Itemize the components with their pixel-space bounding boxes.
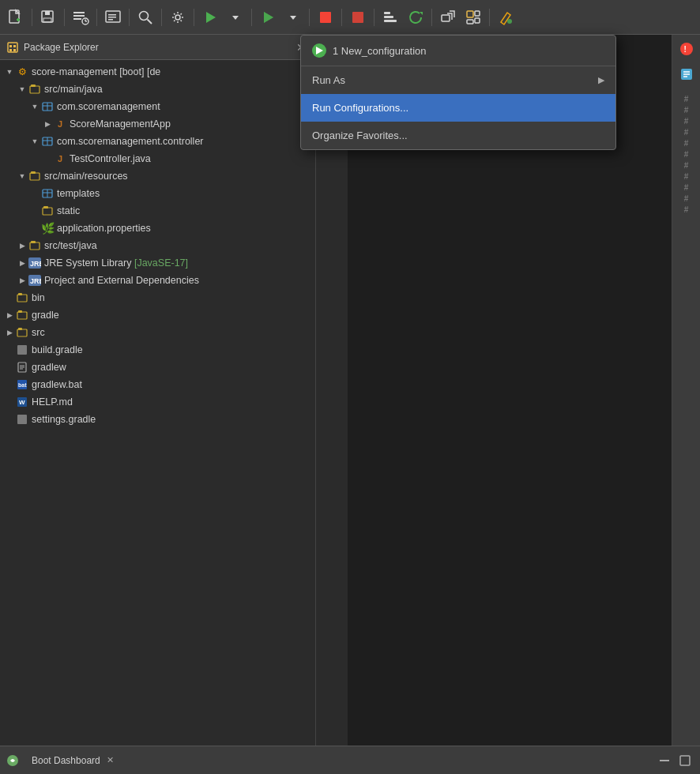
svg-rect-32 (475, 11, 480, 16)
error-marker-icon[interactable]: ! (676, 38, 698, 60)
stop-icon[interactable] (314, 6, 337, 28)
boot-dashboard-icon-area (6, 754, 19, 767)
tree-item-gradlew-bat[interactable]: ▶ bat gradlew.bat (0, 376, 315, 393)
tree-item-help-md[interactable]: ▶ W HELP.md (0, 393, 315, 411)
tree-item-templates[interactable]: ▶ templates (0, 185, 315, 202)
maximize-bottom-icon[interactable] (676, 752, 694, 769)
dropdown-header: 1 New_configuration (301, 36, 615, 66)
tree-label-bin: bin (32, 292, 45, 303)
external-tools-icon[interactable] (437, 6, 459, 28)
run-alt-icon[interactable] (257, 6, 279, 28)
dropdown-run-configurations-label: Run Configurations... (312, 102, 408, 114)
tree-item-root[interactable]: ▼ ⚙ score-management [boot] [de (0, 63, 315, 81)
new-file-icon[interactable] (5, 6, 27, 28)
svg-rect-50 (31, 171, 36, 174)
dropdown-item-run-as[interactable]: Run As ▶ (301, 66, 615, 94)
save-all-icon[interactable] (37, 6, 59, 28)
tree-item-static[interactable]: ▶ static (0, 202, 315, 220)
svg-rect-15 (108, 19, 113, 21)
panel-icon (6, 41, 19, 54)
tree-icon-root: ⚙ (16, 66, 28, 78)
svg-rect-27 (384, 16, 393, 18)
dropdown-item-run-configurations[interactable]: Run Configurations... (301, 94, 615, 122)
svg-rect-31 (467, 11, 473, 17)
paint-icon[interactable] (495, 6, 517, 28)
svg-rect-28 (384, 12, 390, 14)
svg-marker-19 (206, 12, 216, 23)
toolbar-separator-10 (374, 9, 374, 26)
hash-marker-8: # (684, 172, 689, 181)
svg-rect-68 (17, 345, 27, 355)
svg-line-17 (148, 19, 152, 24)
tree-icon-help-md: W (16, 396, 28, 408)
hash-marker-9: # (684, 183, 689, 192)
svg-rect-42 (31, 85, 36, 87)
tree-icon-static (41, 205, 54, 217)
bottom-tab-close[interactable]: ✕ (107, 755, 114, 765)
svg-text:W: W (19, 399, 25, 406)
open-perspective-icon[interactable] (462, 6, 484, 28)
tree-label-src-test-java: src/test/java (44, 240, 97, 251)
build-icon[interactable] (379, 6, 401, 28)
minimize-bottom-icon[interactable] (656, 752, 673, 769)
svg-rect-67 (18, 328, 22, 330)
run-button[interactable] (199, 6, 221, 28)
tree-item-settings-gradle[interactable]: ▶ settings.gradle (0, 411, 315, 428)
svg-rect-86 (680, 756, 690, 765)
tree-item-application-properties[interactable]: ▶ 🌿 application.properties (0, 220, 315, 237)
tree-item-src-main-java[interactable]: ▼ src/main/java (0, 81, 315, 98)
tree-item-src-test-java[interactable]: ▶ src/test/java (0, 237, 315, 254)
svg-point-18 (175, 15, 180, 20)
toolbar-separator-12 (489, 9, 490, 26)
tree-icon-gradle (16, 309, 28, 321)
dropdown-item-organize-favorites[interactable]: Organize Favorites... (301, 122, 615, 149)
search-icon[interactable] (134, 6, 156, 28)
tree-item-build-gradle[interactable]: ▶ build.gradle (0, 341, 315, 359)
tree-item-com-scoremanagement-controller[interactable]: ▼ com.scoremanagement.controller (0, 133, 315, 150)
tree-item-scoremanagementapp[interactable]: ▶ J ScoreManagementApp (0, 115, 315, 133)
svg-text:!: ! (683, 45, 686, 54)
tree-icon-gradlew (16, 361, 28, 374)
svg-rect-57 (31, 241, 36, 243)
tree-item-src-main-resources[interactable]: ▼ src/main/resources (0, 167, 315, 185)
refresh-icon[interactable] (405, 6, 427, 28)
bottom-bar-controls (656, 752, 694, 769)
tree-label-src-main-resources: src/main/resources (44, 171, 128, 182)
tree-icon-application-properties: 🌿 (41, 222, 54, 235)
tree-item-testcontroller[interactable]: ▶ J TestController.java (0, 150, 315, 167)
tree-label-jre-system-library: JRE System Library [JavaSE-17] (44, 257, 188, 269)
tree-icon-com-scoremanagement (41, 100, 54, 113)
tree-arrow-src: ▶ (3, 326, 16, 339)
hash-marker-5: # (684, 139, 689, 148)
editor-icon[interactable] (102, 6, 124, 28)
package-explorer-panel: Package Explorer ✕ ▼ ⚙ score-management … (0, 35, 316, 746)
tree-item-src[interactable]: ▶ src (0, 324, 315, 341)
hash-marker-1: # (684, 95, 689, 103)
tree-item-gradle[interactable]: ▶ gradle (0, 306, 315, 324)
run-alt-dropdown-button[interactable] (282, 6, 304, 28)
tree-item-com-scoremanagement[interactable]: ▼ com.scoremanagement (0, 98, 315, 115)
terminate-icon[interactable] (347, 6, 369, 28)
svg-marker-29 (420, 12, 423, 15)
tree-icon-gradlew-bat: bat (16, 378, 28, 391)
tasks-icon[interactable] (676, 63, 698, 85)
hash-marker-6: # (684, 150, 689, 159)
tree-item-project-external-dependencies[interactable]: ▶ JRE Project and External Dependencies (0, 272, 315, 289)
svg-rect-33 (475, 18, 480, 23)
svg-point-16 (140, 11, 149, 20)
tree-label-build-gradle: build.gradle (32, 344, 83, 355)
hash-marker-3: # (684, 117, 689, 126)
tree-arrow-scoremanagementapp: ▶ (41, 118, 54, 130)
tree-label-src-main-java: src/main/java (44, 84, 103, 95)
svg-rect-85 (660, 760, 669, 761)
boot-dashboard-tab[interactable]: Boot Dashboard ✕ (25, 752, 120, 769)
history-icon[interactable] (70, 6, 92, 28)
toolbar-separator-4 (129, 9, 130, 26)
run-dropdown-button[interactable] (224, 6, 247, 28)
tree-item-gradlew[interactable]: ▶ gradlew (0, 359, 315, 376)
tree-label-gradlew-bat: gradlew.bat (32, 379, 82, 390)
spring-icon (6, 754, 19, 767)
tree-item-bin[interactable]: ▶ bin (0, 289, 315, 306)
settings-icon[interactable] (167, 6, 189, 28)
tree-item-jre-system-library[interactable]: ▶ JRE JRE System Library [JavaSE-17] (0, 254, 315, 272)
